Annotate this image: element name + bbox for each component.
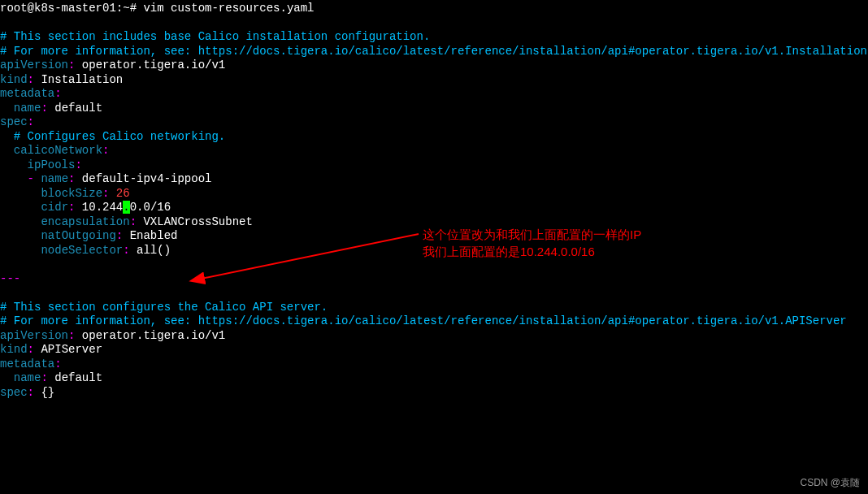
comment-line: # This section configures the Calico API… [0,301,868,315]
separator-line: --- [0,272,868,287]
yaml-line[interactable]: apiVersion: operator.tigera.io/v1 [0,329,868,344]
yaml-line[interactable]: kind: APIServer [0,343,868,358]
yaml-line[interactable]: spec: [0,115,868,130]
yaml-line[interactable]: name: default [0,371,868,386]
prompt-line: root@k8s-master01:~# vim custom-resource… [0,2,868,16]
cursor: . [123,201,129,214]
blank-line [0,16,868,31]
yaml-line[interactable]: metadata: [0,87,868,102]
yaml-line[interactable]: name: default [0,102,868,116]
blank-line [0,258,868,272]
yaml-line[interactable]: encapsulation: VXLANCrossSubnet [0,215,868,230]
yaml-line[interactable]: blockSize: 26 [0,187,868,202]
command[interactable]: vim custom-resources.yaml [143,2,314,15]
yaml-line[interactable]: kind: Installation [0,73,868,88]
yaml-line[interactable]: apiVersion: operator.tigera.io/v1 [0,58,868,73]
cidr-line[interactable]: cidr: 10.244.0.0/16 [0,201,868,215]
yaml-line[interactable]: spec: {} [0,386,868,401]
comment-line: # Configures Calico networking. [0,130,868,145]
yaml-line[interactable]: nodeSelector: all() [0,244,868,258]
user-host: root@k8s-master01 [0,2,116,15]
path: :~# [116,2,137,15]
comment-line: # For more information, see: https://doc… [0,45,868,59]
yaml-line[interactable]: - name: default-ipv4-ippool [0,172,868,187]
blank-line [0,286,868,301]
comment-line: # For more information, see: https://doc… [0,314,868,329]
comment-line: # This section includes base Calico inst… [0,30,868,45]
yaml-line[interactable]: natOutgoing: Enabled [0,229,868,244]
yaml-line[interactable]: metadata: [0,358,868,372]
yaml-line[interactable]: ipPools: [0,158,868,173]
watermark: CSDN @袁随 [800,477,860,489]
yaml-line[interactable]: calicoNetwork: [0,144,868,158]
